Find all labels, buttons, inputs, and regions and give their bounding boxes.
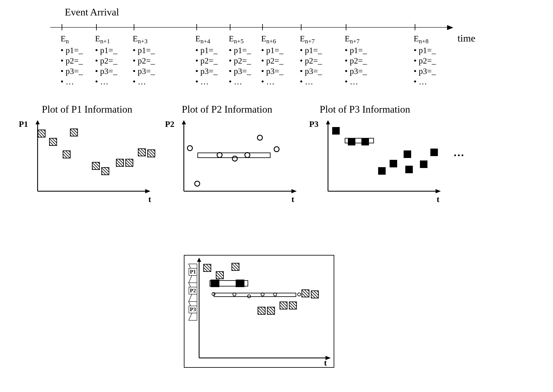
p2-marker	[274, 146, 280, 152]
event-id: En	[61, 34, 83, 45]
svg-marker-2	[35, 120, 40, 124]
event-prop: • p1=_	[414, 45, 436, 56]
p1-marker	[125, 159, 133, 167]
event-block: En+8• p1=_• p2=_• p3=_• …	[414, 34, 436, 87]
event-block: En+3• p1=_• p2=_• p3=_• …	[133, 34, 155, 87]
event-prop: • p3=_	[261, 66, 283, 77]
p3-marker	[430, 148, 438, 156]
arrow-right-icon	[447, 25, 453, 30]
diagram-root: Event Arrival time En• p1=_• p2=_• p3=_•…	[0, 0, 553, 392]
timeline-axis-label: time	[457, 32, 475, 44]
event-prop: • …	[300, 77, 322, 87]
event-prop: • p2=_	[261, 56, 283, 66]
combined-p1-marker	[289, 301, 297, 309]
combined-p1-marker	[280, 301, 287, 309]
combined-xlabel: t	[324, 358, 327, 368]
combined-p3-marker	[211, 280, 219, 287]
svg-marker-6	[182, 120, 186, 124]
plot-p3-title: Plot of P3 Information	[320, 104, 410, 115]
p1-marker	[116, 159, 124, 167]
event-prop: • p2=_	[300, 56, 322, 66]
event-prop: • p2=_	[414, 56, 436, 66]
p2-marker	[244, 152, 250, 158]
p1-marker	[63, 150, 71, 158]
event-prop: • p3=_	[229, 66, 251, 77]
timeline-tick	[62, 24, 62, 30]
plot-p1	[29, 120, 150, 195]
p2-marker	[232, 156, 238, 161]
combined-p2-marker	[212, 292, 215, 296]
combined-p1-marker	[231, 263, 239, 271]
combined-p2-marker	[261, 293, 264, 296]
event-prop: • …	[133, 77, 155, 87]
combined-p2-marker	[233, 293, 236, 296]
svg-marker-4	[145, 189, 150, 193]
plot-p1-xlabel: t	[148, 194, 151, 204]
timeline-axis	[50, 27, 451, 28]
combined-p1-marker	[258, 307, 266, 315]
p2-marker	[194, 181, 200, 187]
event-prop: • p1=_	[195, 45, 218, 56]
p3-marker	[404, 150, 411, 158]
timeline-title: Event Arrival	[65, 6, 119, 18]
combined-p1-marker	[203, 264, 211, 272]
combined-p1-marker	[216, 271, 224, 279]
event-prop: • p3=_	[345, 66, 367, 77]
plot-p2-ylabel: P2	[165, 119, 174, 129]
event-prop: • p2=_	[229, 56, 251, 66]
event-prop: • …	[229, 77, 251, 87]
event-prop: • p3=_	[133, 66, 155, 77]
event-id: En+7	[300, 34, 322, 45]
event-prop: • p3=_	[95, 66, 118, 77]
svg-marker-10	[326, 120, 330, 124]
event-prop: • p1=_	[261, 45, 283, 56]
timeline-tick	[96, 24, 97, 30]
event-prop: • p3=_	[414, 66, 436, 77]
timeline-tick	[346, 24, 346, 30]
p2-marker	[217, 152, 222, 158]
event-prop: • p2=_	[133, 56, 155, 66]
event-prop: • p1=_	[229, 45, 251, 56]
event-prop: • p1=_	[345, 45, 367, 56]
timeline-tick	[196, 24, 197, 30]
timeline-tick	[134, 24, 134, 30]
event-prop: • p3=_	[195, 66, 218, 77]
p1-marker	[92, 162, 100, 170]
event-prop: • p2=_	[195, 56, 218, 66]
combined-p1-marker	[301, 289, 309, 297]
p3-marker	[348, 138, 355, 146]
combined-p2-bar	[214, 293, 296, 297]
timeline-tick	[301, 24, 301, 30]
event-prop: • p1=_	[95, 45, 118, 56]
combined-p1-marker	[311, 290, 319, 298]
svg-marker-12	[435, 189, 441, 193]
event-id: En+1	[95, 34, 118, 45]
event-prop: • p3=_	[300, 66, 322, 77]
timeline-arrowhead	[447, 25, 453, 30]
event-prop: • p2=_	[345, 56, 367, 66]
plot-p1-title: Plot of P1 Information	[42, 104, 132, 115]
event-id: En+6	[261, 34, 283, 45]
event-block: En+7• p1=_• p2=_• p3=_• …	[300, 34, 322, 87]
plot-p1-ylabel: P1	[19, 119, 28, 129]
p1-marker	[147, 149, 155, 157]
event-block: En+1• p1=_• p2=_• p3=_• …	[95, 34, 118, 87]
event-prop: • p1=_	[300, 45, 322, 56]
timeline-tick	[415, 24, 415, 30]
event-block: En+5• p1=_• p2=_• p3=_• …	[229, 34, 251, 87]
combined-p2-marker	[273, 293, 277, 296]
event-prop: • …	[61, 77, 83, 87]
p3-marker	[332, 127, 340, 134]
event-block: En+7• p1=_• p2=_• p3=_• …	[345, 34, 367, 87]
combined-p2-marker	[297, 293, 301, 296]
p3-marker	[390, 160, 397, 167]
p1-marker	[70, 128, 78, 136]
event-prop: • …	[414, 77, 436, 87]
event-block: En+6• p1=_• p2=_• p3=_• …	[261, 34, 283, 87]
timeline-tick	[262, 24, 263, 30]
event-prop: • p2=_	[61, 56, 83, 66]
plots-ellipsis: …	[453, 146, 464, 159]
p2-marker	[257, 135, 263, 141]
event-prop: • p1=_	[61, 45, 83, 56]
event-block: En+4• p1=_• p2=_• p3=_• …	[195, 34, 218, 87]
